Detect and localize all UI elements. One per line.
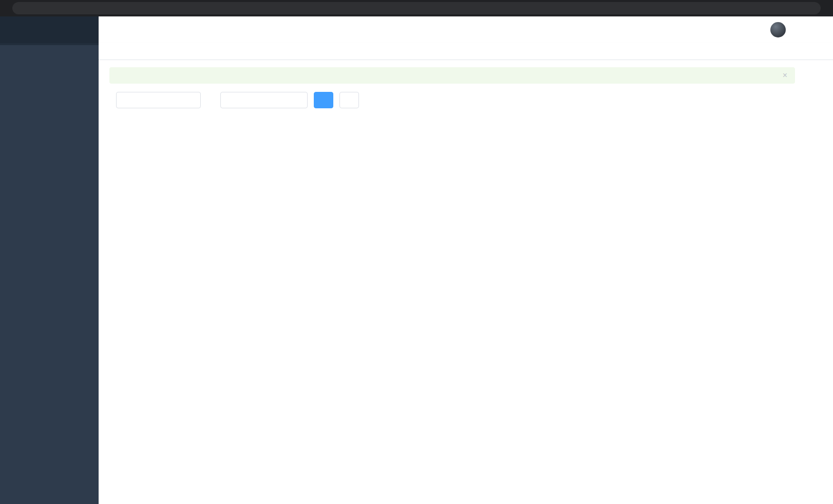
address-bar[interactable] bbox=[12, 2, 821, 14]
user-type-select[interactable] bbox=[220, 92, 308, 108]
navbar bbox=[99, 16, 833, 43]
user-id-input[interactable] bbox=[116, 92, 201, 108]
user-avatar bbox=[770, 22, 786, 37]
alert-close-icon[interactable]: × bbox=[783, 71, 787, 80]
browser-chrome bbox=[0, 0, 833, 16]
sidebar-menu-secondary bbox=[0, 45, 99, 504]
logo-image bbox=[13, 22, 29, 37]
tabs-bar bbox=[99, 43, 833, 60]
page-content: × bbox=[99, 60, 833, 504]
sidebar-menu bbox=[0, 43, 99, 504]
filter-form bbox=[109, 92, 795, 108]
app-logo[interactable] bbox=[0, 16, 99, 43]
doc-alert: × bbox=[109, 67, 795, 84]
user-menu[interactable] bbox=[770, 22, 794, 37]
sidebar bbox=[0, 16, 99, 504]
reset-button[interactable] bbox=[339, 92, 359, 108]
search-button[interactable] bbox=[314, 92, 333, 108]
